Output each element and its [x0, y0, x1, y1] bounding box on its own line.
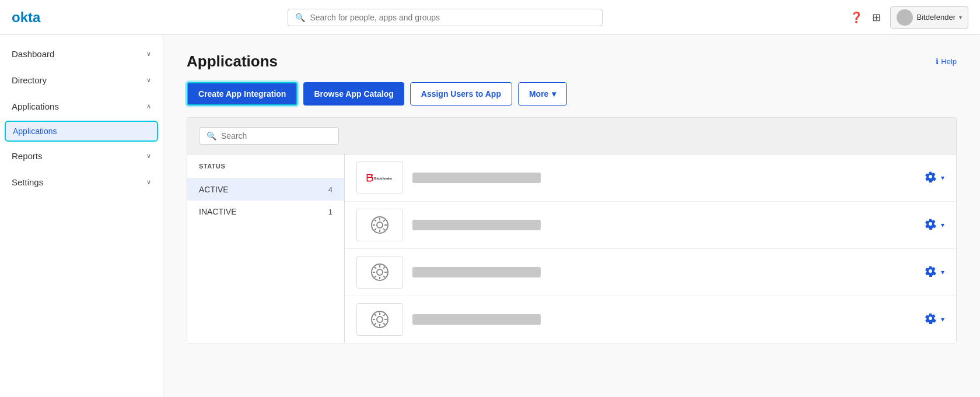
gear-button[interactable]	[925, 218, 936, 233]
page-title: Applications	[187, 52, 278, 71]
help-icon: ℹ	[936, 57, 939, 66]
bitdefender-logo: Bitdefender	[366, 172, 394, 184]
sidebar: Dashboard ∨ Directory ∨ Applications ∧ A…	[0, 35, 163, 397]
sidebar-item-label: Directory	[12, 75, 47, 85]
app-logo: Bitdefender	[356, 161, 403, 194]
status-row-inactive[interactable]: INACTIVE 1	[187, 201, 344, 223]
create-app-integration-button[interactable]: Create App Integration	[187, 82, 298, 106]
app-row-actions: ▾	[925, 265, 944, 280]
app-row-actions: ▾	[925, 312, 944, 327]
more-label: More	[529, 89, 548, 99]
table-row: ▾	[345, 249, 956, 296]
sidebar-item-dashboard[interactable]: Dashboard ∨	[0, 41, 163, 67]
search-input[interactable]	[310, 13, 595, 22]
svg-text:Bitdefender: Bitdefender	[374, 177, 393, 180]
status-count-active: 4	[328, 185, 332, 194]
app-layout: Dashboard ∨ Directory ∨ Applications ∧ A…	[0, 0, 980, 397]
table-row: ▾	[345, 296, 956, 343]
sidebar-item-applications[interactable]: Applications ∧	[0, 93, 163, 120]
app-logo	[356, 256, 403, 289]
chevron-down-icon: ∨	[146, 50, 151, 58]
content-box: 🔍 STATUS ACTIVE 4 INACTIVE 1	[187, 117, 957, 343]
gear-button[interactable]	[925, 171, 936, 185]
app-gear-icon	[370, 263, 389, 282]
chevron-down-icon: ∨	[146, 152, 151, 160]
avatar	[897, 9, 913, 26]
svg-point-2	[377, 222, 383, 228]
sidebar-subitem-label: Applications	[13, 127, 57, 136]
app-search-input[interactable]	[221, 131, 331, 140]
global-search-bar[interactable]: 🔍	[288, 9, 603, 26]
search-icon: 🔍	[206, 131, 216, 140]
sidebar-item-settings[interactable]: Settings ∨	[0, 169, 163, 195]
user-name: Bitdefender	[916, 13, 956, 22]
app-row-actions: ▾	[925, 218, 944, 233]
browse-app-catalog-button[interactable]: Browse App Catalog	[303, 82, 404, 106]
app-name-placeholder	[412, 314, 541, 325]
action-bar: Create App Integration Browse App Catalo…	[187, 82, 957, 106]
sidebar-item-label: Dashboard	[12, 49, 54, 59]
chevron-down-button[interactable]: ▾	[941, 315, 944, 324]
sidebar-item-reports[interactable]: Reports ∨	[0, 143, 163, 169]
table-row: Bitdefender ▾	[345, 154, 956, 202]
app-name-placeholder	[412, 220, 541, 230]
gear-icon	[925, 171, 936, 182]
app-name-placeholder	[412, 267, 541, 277]
gear-icon	[925, 218, 936, 230]
app-search-bar[interactable]: 🔍	[199, 127, 339, 145]
app-name-placeholder	[412, 173, 541, 183]
sidebar-subitem-applications[interactable]: Applications	[5, 121, 158, 142]
table-row: ▾	[345, 202, 956, 249]
svg-point-6	[377, 317, 383, 322]
status-panel: STATUS ACTIVE 4 INACTIVE 1	[187, 154, 345, 343]
table-layout: STATUS ACTIVE 4 INACTIVE 1	[187, 154, 956, 343]
status-label-active: ACTIVE	[199, 185, 229, 194]
chevron-down-icon: ∨	[146, 178, 151, 186]
sidebar-item-label: Reports	[12, 151, 43, 161]
app-gear-icon	[370, 310, 389, 329]
chevron-down-button[interactable]: ▾	[941, 174, 944, 182]
help-label: Help	[941, 57, 957, 66]
app-list: Bitdefender ▾	[345, 154, 956, 343]
gear-icon	[925, 265, 936, 277]
bitdefender-logo-svg: Bitdefender	[366, 172, 394, 184]
more-button[interactable]: More ▾	[518, 82, 567, 106]
topnav-right-area: ❓ ⊞ Bitdefender ▾	[850, 6, 968, 29]
gear-icon	[925, 312, 936, 324]
app-gear-icon	[370, 216, 389, 234]
gear-button[interactable]	[925, 312, 936, 327]
app-logo	[356, 209, 403, 241]
app-logo	[356, 303, 403, 336]
sidebar-item-label: Settings	[12, 177, 43, 187]
grid-icon[interactable]: ⊞	[872, 11, 881, 24]
app-row-actions: ▾	[925, 171, 944, 185]
user-menu[interactable]: Bitdefender ▾	[890, 6, 968, 29]
top-navigation: okta 🔍 ❓ ⊞ Bitdefender ▾	[0, 0, 980, 35]
search-bar-row: 🔍	[187, 118, 956, 154]
gear-button[interactable]	[925, 265, 936, 280]
chevron-down-button[interactable]: ▾	[941, 221, 944, 229]
help-link[interactable]: ℹ Help	[936, 57, 957, 66]
status-header: STATUS	[187, 154, 344, 178]
assign-users-to-app-button[interactable]: Assign Users to App	[410, 82, 512, 106]
sidebar-item-directory[interactable]: Directory ∨	[0, 67, 163, 93]
okta-logo: okta	[12, 9, 40, 26]
sidebar-item-label: Applications	[12, 101, 59, 111]
main-content: Applications ℹ Help Create App Integrati…	[163, 35, 980, 397]
help-icon[interactable]: ❓	[850, 11, 863, 24]
status-count-inactive: 1	[328, 208, 332, 216]
chevron-down-button[interactable]: ▾	[941, 268, 944, 276]
svg-point-4	[377, 269, 383, 275]
search-icon: 🔍	[295, 13, 305, 22]
chevron-down-icon: ▾	[552, 89, 556, 99]
chevron-down-icon: ▾	[959, 14, 962, 20]
page-header: Applications ℹ Help	[187, 52, 957, 71]
chevron-up-icon: ∧	[146, 103, 151, 110]
status-label-inactive: INACTIVE	[199, 207, 237, 216]
chevron-down-icon: ∨	[146, 76, 151, 84]
status-row-active[interactable]: ACTIVE 4	[187, 178, 344, 201]
